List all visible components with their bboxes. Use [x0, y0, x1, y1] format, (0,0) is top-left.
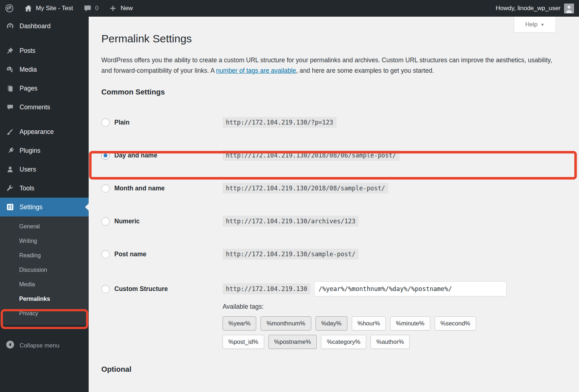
- sidebar-item-label: Tools: [20, 185, 34, 192]
- tag-button-post-id[interactable]: %post_id%: [223, 335, 264, 349]
- permalink-options: Plain http://172.104.219.130/?p=123 Day …: [101, 117, 557, 374]
- tag-button-year[interactable]: %year%: [223, 316, 256, 330]
- option-row-month-and-name: Month and name http://172.104.219.130/20…: [101, 182, 557, 194]
- avatar[interactable]: [564, 4, 574, 13]
- wordpress-logo-menu[interactable]: [0, 0, 19, 17]
- comments-count: 0: [95, 5, 98, 12]
- plus-icon: [109, 4, 117, 13]
- sidebar-item-media[interactable]: Media: [0, 60, 89, 79]
- tag-button-category[interactable]: %category%: [321, 335, 366, 349]
- sidebar-item-label: Comments: [20, 104, 50, 111]
- example-url: http://172.104.219.130/?p=123: [223, 117, 337, 128]
- sidebar-item-label: Dashboard: [20, 22, 51, 30]
- pages-icon: [6, 84, 14, 93]
- site-name: My Site - Test: [36, 5, 73, 12]
- option-row-plain: Plain http://172.104.219.130/?p=123: [101, 117, 557, 128]
- collapse-arrow-icon: [6, 340, 14, 350]
- collapse-menu-label: Collapse menu: [20, 342, 59, 349]
- option-row-post-name: Post name http://172.104.219.130/sample-…: [101, 248, 557, 260]
- option-label: Post name: [114, 250, 147, 258]
- tag-button-hour[interactable]: %hour%: [352, 316, 386, 330]
- menu-separator: [0, 117, 89, 122]
- common-settings-heading: Common Settings: [101, 88, 557, 96]
- comments-shortcut[interactable]: 0: [78, 0, 103, 17]
- sidebar-item-tools[interactable]: Tools: [0, 179, 89, 198]
- home-icon: [24, 4, 33, 13]
- sidebar-item-posts[interactable]: Posts: [0, 41, 89, 60]
- plug-icon: [6, 146, 14, 155]
- intro-text-after: , and here are some examples to get you …: [296, 67, 434, 74]
- tag-button-minute[interactable]: %minute%: [390, 316, 430, 330]
- submenu-item-reading[interactable]: Reading: [0, 248, 89, 263]
- media-icon: [6, 65, 14, 74]
- new-content-menu[interactable]: New: [103, 0, 138, 17]
- wrench-icon: [6, 184, 14, 193]
- submenu-item-permalinks[interactable]: Permalinks: [0, 292, 89, 306]
- option-label: Month and name: [114, 185, 165, 192]
- collapse-menu-button[interactable]: Collapse menu: [0, 334, 89, 356]
- radio-post-name[interactable]: [101, 250, 110, 258]
- radio-month-and-name[interactable]: [101, 184, 110, 193]
- example-url: http://172.104.219.130/2018/08/06/sample…: [223, 150, 400, 161]
- example-url: http://172.104.219.130/archives/123: [223, 216, 359, 227]
- new-label: New: [121, 5, 133, 12]
- submenu-item-writing[interactable]: Writing: [0, 234, 89, 248]
- sidebar-item-label: Users: [20, 166, 36, 173]
- tag-button-list: %year% %monthnum% %day% %hour% %minute% …: [223, 316, 519, 349]
- visit-site-link[interactable]: My Site - Test: [19, 0, 78, 17]
- comment-bubble-icon: [83, 4, 92, 13]
- option-row-numeric: Numeric http://172.104.219.130/archives/…: [101, 215, 557, 227]
- help-label: Help: [525, 21, 538, 28]
- sidebar-item-label: Settings: [20, 203, 42, 211]
- admin-bar: My Site - Test 0 New Howdy, linode_wp_us…: [0, 0, 579, 17]
- option-label: Day and name: [114, 152, 157, 159]
- tag-button-author[interactable]: %author%: [371, 335, 410, 349]
- tag-button-second[interactable]: %second%: [435, 316, 476, 330]
- available-tags-section: Available tags: %year% %monthnum% %day% …: [223, 303, 557, 349]
- submenu-item-media[interactable]: Media: [0, 277, 89, 292]
- user-icon: [6, 165, 14, 174]
- submenu-item-discussion[interactable]: Discussion: [0, 263, 89, 277]
- sidebar-item-pages[interactable]: Pages: [0, 79, 89, 98]
- radio-plain[interactable]: [101, 118, 110, 127]
- settings-sliders-icon: [6, 203, 14, 211]
- radio-custom-structure[interactable]: [101, 285, 110, 293]
- admin-sidebar: Dashboard Posts Media Pages Comments App…: [0, 17, 89, 392]
- tag-button-day[interactable]: %day%: [316, 316, 347, 330]
- option-label: Plain: [114, 119, 130, 126]
- sidebar-item-comments[interactable]: Comments: [0, 98, 89, 117]
- option-label: Numeric: [114, 218, 140, 225]
- submenu-item-privacy[interactable]: Privacy: [0, 306, 89, 321]
- custom-structure-input[interactable]: [314, 281, 507, 296]
- howdy-user[interactable]: Howdy, linode_wp_user: [496, 5, 561, 12]
- chevron-down-icon: ▼: [541, 22, 545, 27]
- sidebar-item-settings[interactable]: Settings: [0, 198, 89, 216]
- submenu-item-general[interactable]: General: [0, 219, 89, 234]
- radio-numeric[interactable]: [101, 217, 110, 225]
- example-url: http://172.104.219.130/sample-post/: [223, 249, 359, 260]
- sidebar-item-label: Plugins: [20, 147, 40, 155]
- radio-day-and-name[interactable]: [101, 151, 110, 160]
- sidebar-item-plugins[interactable]: Plugins: [0, 141, 89, 160]
- comments-icon: [6, 103, 14, 111]
- tag-button-postname[interactable]: %postname%: [269, 335, 317, 349]
- tag-button-monthnum[interactable]: %monthnum%: [261, 316, 311, 330]
- option-row-day-and-name: Day and name http://172.104.219.130/2018…: [101, 149, 557, 161]
- example-url: http://172.104.219.130/2018/08/sample-po…: [223, 183, 388, 194]
- sidebar-item-label: Appearance: [20, 128, 54, 136]
- sidebar-item-label: Posts: [20, 47, 35, 55]
- settings-submenu: General Writing Reading Discussion Media…: [0, 216, 89, 325]
- tags-available-link[interactable]: number of tags are available: [216, 67, 296, 74]
- help-dropdown[interactable]: Help ▼: [514, 17, 556, 33]
- menu-separator: [0, 35, 89, 41]
- active-menu-arrow: [85, 203, 89, 211]
- sidebar-item-users[interactable]: Users: [0, 160, 89, 179]
- sidebar-item-appearance[interactable]: Appearance: [0, 122, 89, 141]
- custom-url-prefix: http://172.104.219.130: [223, 283, 310, 294]
- sidebar-item-label: Pages: [20, 85, 38, 92]
- page-title: Permalink Settings: [101, 30, 557, 49]
- option-label: Custom Structure: [114, 285, 168, 293]
- sidebar-item-label: Media: [20, 66, 37, 73]
- sidebar-item-dashboard[interactable]: Dashboard: [0, 17, 89, 35]
- available-tags-label: Available tags:: [223, 303, 557, 311]
